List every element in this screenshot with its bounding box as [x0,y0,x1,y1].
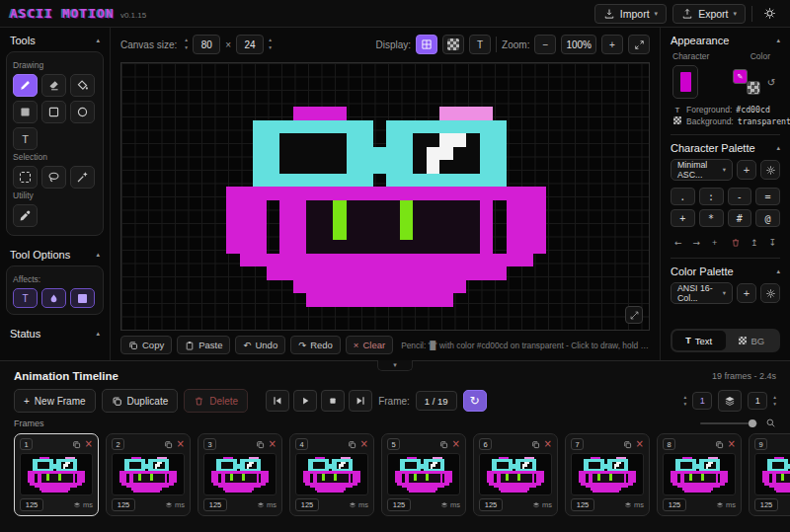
frame-card[interactable]: 7 × 125 ms [565,433,650,516]
undo-button[interactable]: ↶Undo [235,336,285,354]
color-palette-settings-button[interactable] [760,283,780,303]
text-tool-button[interactable]: T [13,127,38,150]
delete-frame-icon[interactable]: × [728,439,736,449]
background-color-swatch[interactable] [747,81,760,95]
palette-character-button[interactable]: : [699,188,724,205]
palette-character-button[interactable]: * [699,209,724,227]
color-palette-section-header[interactable]: Color Palette ▴ [661,266,790,282]
palette-import-button[interactable]: ↧ [765,235,781,251]
ellipse-tool-button[interactable] [70,101,95,123]
affects-color-toggle[interactable] [41,288,66,308]
paste-button[interactable]: Paste [177,336,230,354]
delete-frame-icon[interactable]: × [452,439,460,449]
duplicate-frame-icon[interactable] [439,440,448,449]
frame-card[interactable]: 2 × 125 ms [106,433,191,516]
duplicate-frame-icon[interactable] [623,440,632,449]
export-button[interactable]: Export ▾ [672,4,746,24]
lasso-tool-button[interactable] [41,166,66,189]
onion-next-stepper[interactable]: ▴▾ [773,394,776,407]
frame-duration-value[interactable]: 125 [479,498,503,511]
duplicate-frame-icon[interactable] [164,440,173,449]
rectangle-tool-button[interactable] [41,101,66,123]
eraser-tool-button[interactable] [41,74,66,97]
background-color-tab[interactable]: BG [726,331,779,350]
frame-size-slider[interactable] [700,418,757,428]
character-palette-settings-button[interactable] [760,160,780,180]
fit-canvas-button[interactable] [628,35,650,54]
height-decrement-button[interactable]: ▾ [266,44,275,52]
new-frame-button[interactable]: +New Frame [14,389,96,413]
canvas-width-value[interactable]: 80 [193,35,220,54]
onion-next-value[interactable]: 1 [748,392,767,410]
frame-card[interactable]: 5 × 125 ms [381,433,466,516]
tool-options-section-header[interactable]: Tool Options ▴ [0,242,110,266]
frame-duration-value[interactable]: 125 [387,498,411,511]
paint-bucket-tool-button[interactable] [70,74,95,97]
frame-card[interactable]: 9 × 125 ms [749,433,790,516]
delete-frame-icon[interactable]: × [269,439,276,449]
frame-duration-value[interactable]: 125 [20,498,43,511]
pencil-tool-button[interactable] [13,74,38,97]
stop-button[interactable] [321,390,345,412]
onion-prev-stepper[interactable]: ▴▾ [683,394,686,407]
last-frame-button[interactable] [349,390,372,412]
transparency-display-toggle[interactable] [442,35,464,54]
foreground-color-swatch[interactable]: ✎ [733,69,748,84]
copy-button[interactable]: Copy [120,336,172,354]
duplicate-frame-icon[interactable] [256,440,265,449]
palette-character-button[interactable]: @ [755,209,780,227]
appearance-section-header[interactable]: Appearance ▴ [661,28,790,51]
status-section-header[interactable]: Status ▴ [0,321,110,344]
rectangular-select-tool-button[interactable] [13,166,38,189]
width-increment-button[interactable]: ▴ [182,37,191,44]
theme-toggle-button[interactable] [758,4,780,24]
delete-frame-icon[interactable]: × [85,439,93,449]
add-character-palette-button[interactable]: + [737,160,756,180]
palette-prev-button[interactable]: ← [671,235,686,251]
affects-character-toggle[interactable]: T [13,288,38,308]
zoom-out-button[interactable]: − [534,35,556,54]
character-palette-select[interactable]: Minimal ASC... ▾ [671,159,733,181]
canvas-resize-handle[interactable] [625,306,643,324]
palette-export-button[interactable]: ↥ [747,235,762,251]
frame-card[interactable]: 6 × 125 ms [473,433,558,516]
duplicate-frame-icon[interactable] [715,440,724,449]
frame-card[interactable]: 3 × 125 ms [198,433,282,516]
reset-colors-button[interactable]: ↺ [764,75,778,89]
palette-character-button[interactable]: - [728,188,752,205]
grid-display-toggle[interactable] [416,35,437,54]
duplicate-frame-icon[interactable] [348,440,356,449]
delete-frame-icon[interactable]: × [636,439,644,449]
affects-background-toggle[interactable] [70,288,95,308]
delete-frame-icon[interactable]: × [360,439,368,449]
frame-duration-value[interactable]: 125 [663,498,686,511]
play-button[interactable] [293,390,317,412]
canvas-height-value[interactable]: 24 [236,35,264,54]
palette-next-button[interactable]: → [689,235,705,251]
delete-frame-button[interactable]: Delete [184,389,248,413]
frame-duration-value[interactable]: 125 [295,498,319,511]
frame-duration-value[interactable]: 125 [203,498,227,511]
eyedropper-tool-button[interactable] [13,204,38,227]
frame-duration-value[interactable]: 125 [571,498,594,511]
timeline-collapse-button[interactable]: ▾ [377,360,413,371]
palette-delete-button[interactable] [729,235,745,251]
drawing-canvas[interactable] [120,62,650,331]
duplicate-frame-icon[interactable] [72,440,81,449]
magic-wand-tool-button[interactable] [70,166,95,189]
import-button[interactable]: Import ▾ [594,4,667,24]
delete-frame-icon[interactable]: × [177,439,185,449]
delete-frame-icon[interactable]: × [544,439,552,449]
character-display-toggle[interactable]: T [469,35,491,54]
duplicate-frame-icon[interactable] [531,440,540,449]
palette-add-button[interactable]: + [707,235,723,251]
filled-rectangle-tool-button[interactable] [13,101,38,123]
tools-section-header[interactable]: Tools ▴ [0,28,110,51]
palette-character-button[interactable]: + [671,209,695,227]
onion-skin-button[interactable] [718,390,742,412]
duplicate-frame-button[interactable]: Duplicate [102,389,179,413]
width-decrement-button[interactable]: ▾ [182,44,191,52]
height-increment-button[interactable]: ▴ [266,37,275,44]
active-character-swatch[interactable] [672,65,698,99]
palette-character-button[interactable]: . [671,188,695,205]
